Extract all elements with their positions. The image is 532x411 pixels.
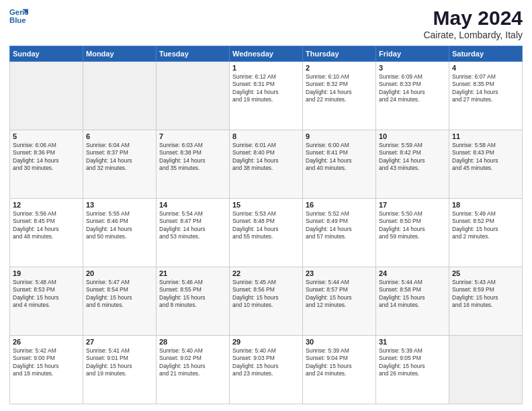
day-number: 16 bbox=[306, 201, 373, 209]
day-info: Sunrise: 5:48 AM Sunset: 8:53 PM Dayligh… bbox=[13, 279, 80, 310]
day-number: 27 bbox=[86, 338, 153, 346]
weekday-header-friday: Friday bbox=[376, 46, 449, 62]
weekday-header-sunday: Sunday bbox=[10, 46, 83, 62]
day-info: Sunrise: 5:56 AM Sunset: 8:45 PM Dayligh… bbox=[13, 210, 80, 241]
day-info: Sunrise: 5:40 AM Sunset: 9:03 PM Dayligh… bbox=[232, 347, 300, 378]
calendar-cell: 8Sunrise: 6:01 AM Sunset: 8:40 PM Daylig… bbox=[230, 130, 303, 199]
month-title: May 2024 bbox=[423, 7, 523, 30]
page: General Blue May 2024 Cairate, Lombardy,… bbox=[0, 0, 532, 411]
day-info: Sunrise: 5:53 AM Sunset: 8:48 PM Dayligh… bbox=[232, 210, 300, 241]
day-info: Sunrise: 6:00 AM Sunset: 8:41 PM Dayligh… bbox=[306, 142, 373, 173]
logo: General Blue bbox=[9, 7, 28, 26]
day-number: 31 bbox=[379, 338, 446, 346]
calendar-table: SundayMondayTuesdayWednesdayThursdayFrid… bbox=[9, 46, 523, 404]
day-info: Sunrise: 5:43 AM Sunset: 8:59 PM Dayligh… bbox=[452, 279, 519, 310]
calendar-cell: 19Sunrise: 5:48 AM Sunset: 8:53 PM Dayli… bbox=[10, 267, 83, 336]
day-info: Sunrise: 6:04 AM Sunset: 8:37 PM Dayligh… bbox=[86, 142, 153, 173]
calendar-cell: 21Sunrise: 5:46 AM Sunset: 8:55 PM Dayli… bbox=[157, 267, 230, 336]
calendar-cell: 22Sunrise: 5:45 AM Sunset: 8:56 PM Dayli… bbox=[230, 267, 303, 336]
calendar-cell: 30Sunrise: 5:39 AM Sunset: 9:04 PM Dayli… bbox=[303, 336, 376, 404]
calendar-cell: 11Sunrise: 5:58 AM Sunset: 8:43 PM Dayli… bbox=[449, 130, 523, 199]
day-info: Sunrise: 5:49 AM Sunset: 8:52 PM Dayligh… bbox=[452, 210, 519, 241]
calendar-week-3: 12Sunrise: 5:56 AM Sunset: 8:45 PM Dayli… bbox=[10, 199, 523, 267]
weekday-header-wednesday: Wednesday bbox=[230, 46, 303, 62]
day-number: 24 bbox=[379, 269, 446, 277]
day-info: Sunrise: 5:41 AM Sunset: 9:01 PM Dayligh… bbox=[86, 347, 153, 378]
weekday-header-tuesday: Tuesday bbox=[157, 46, 230, 62]
calendar-cell: 9Sunrise: 6:00 AM Sunset: 8:41 PM Daylig… bbox=[303, 130, 376, 199]
calendar-cell: 10Sunrise: 5:59 AM Sunset: 8:42 PM Dayli… bbox=[376, 130, 449, 199]
day-info: Sunrise: 5:44 AM Sunset: 8:58 PM Dayligh… bbox=[379, 279, 446, 310]
day-number: 28 bbox=[159, 338, 226, 346]
day-number: 17 bbox=[379, 201, 446, 209]
day-number: 7 bbox=[159, 132, 226, 140]
day-info: Sunrise: 5:42 AM Sunset: 9:00 PM Dayligh… bbox=[13, 347, 80, 378]
calendar-cell: 27Sunrise: 5:41 AM Sunset: 9:01 PM Dayli… bbox=[83, 336, 157, 404]
calendar-cell: 5Sunrise: 6:06 AM Sunset: 8:36 PM Daylig… bbox=[10, 130, 83, 199]
day-info: Sunrise: 5:47 AM Sunset: 8:54 PM Dayligh… bbox=[86, 279, 153, 310]
calendar-body: 1Sunrise: 6:12 AM Sunset: 8:31 PM Daylig… bbox=[10, 62, 523, 404]
weekday-header-saturday: Saturday bbox=[449, 46, 523, 62]
calendar-week-4: 19Sunrise: 5:48 AM Sunset: 8:53 PM Dayli… bbox=[10, 267, 523, 336]
day-info: Sunrise: 5:39 AM Sunset: 9:05 PM Dayligh… bbox=[379, 347, 446, 378]
calendar-cell: 12Sunrise: 5:56 AM Sunset: 8:45 PM Dayli… bbox=[10, 199, 83, 267]
day-info: Sunrise: 5:54 AM Sunset: 8:47 PM Dayligh… bbox=[159, 210, 226, 241]
day-number: 21 bbox=[159, 269, 226, 277]
calendar-header-row: SundayMondayTuesdayWednesdayThursdayFrid… bbox=[10, 46, 523, 62]
day-info: Sunrise: 5:45 AM Sunset: 8:56 PM Dayligh… bbox=[232, 279, 300, 310]
calendar-cell: 20Sunrise: 5:47 AM Sunset: 8:54 PM Dayli… bbox=[83, 267, 157, 336]
day-info: Sunrise: 6:10 AM Sunset: 8:32 PM Dayligh… bbox=[306, 73, 373, 104]
day-number: 29 bbox=[232, 338, 300, 346]
day-info: Sunrise: 5:39 AM Sunset: 9:04 PM Dayligh… bbox=[306, 347, 373, 378]
day-number: 8 bbox=[232, 132, 300, 140]
weekday-header-monday: Monday bbox=[83, 46, 157, 62]
day-info: Sunrise: 5:59 AM Sunset: 8:42 PM Dayligh… bbox=[379, 142, 446, 173]
svg-text:Blue: Blue bbox=[9, 16, 26, 24]
calendar-cell: 23Sunrise: 5:44 AM Sunset: 8:57 PM Dayli… bbox=[303, 267, 376, 336]
logo-icon: General Blue bbox=[9, 7, 28, 26]
calendar-cell: 24Sunrise: 5:44 AM Sunset: 8:58 PM Dayli… bbox=[376, 267, 449, 336]
weekday-header-thursday: Thursday bbox=[303, 46, 376, 62]
day-info: Sunrise: 5:40 AM Sunset: 9:02 PM Dayligh… bbox=[159, 347, 226, 378]
day-info: Sunrise: 6:07 AM Sunset: 8:35 PM Dayligh… bbox=[452, 73, 519, 104]
day-info: Sunrise: 5:58 AM Sunset: 8:43 PM Dayligh… bbox=[452, 142, 519, 173]
day-info: Sunrise: 6:06 AM Sunset: 8:36 PM Dayligh… bbox=[13, 142, 80, 173]
calendar-cell: 7Sunrise: 6:03 AM Sunset: 8:38 PM Daylig… bbox=[157, 130, 230, 199]
title-block: May 2024 Cairate, Lombardy, Italy bbox=[423, 7, 523, 40]
calendar-cell: 26Sunrise: 5:42 AM Sunset: 9:00 PM Dayli… bbox=[10, 336, 83, 404]
day-info: Sunrise: 6:01 AM Sunset: 8:40 PM Dayligh… bbox=[232, 142, 300, 173]
calendar-cell: 16Sunrise: 5:52 AM Sunset: 8:49 PM Dayli… bbox=[303, 199, 376, 267]
day-info: Sunrise: 5:44 AM Sunset: 8:57 PM Dayligh… bbox=[306, 279, 373, 310]
calendar-cell: 25Sunrise: 5:43 AM Sunset: 8:59 PM Dayli… bbox=[449, 267, 523, 336]
calendar-cell bbox=[83, 62, 157, 130]
day-number: 6 bbox=[86, 132, 153, 140]
calendar-cell: 6Sunrise: 6:04 AM Sunset: 8:37 PM Daylig… bbox=[83, 130, 157, 199]
day-number: 2 bbox=[306, 64, 373, 72]
day-number: 5 bbox=[13, 132, 80, 140]
header: General Blue May 2024 Cairate, Lombardy,… bbox=[9, 7, 523, 40]
calendar-cell: 17Sunrise: 5:50 AM Sunset: 8:50 PM Dayli… bbox=[376, 199, 449, 267]
day-info: Sunrise: 6:03 AM Sunset: 8:38 PM Dayligh… bbox=[159, 142, 226, 173]
day-number: 18 bbox=[452, 201, 519, 209]
calendar-cell: 3Sunrise: 6:09 AM Sunset: 8:33 PM Daylig… bbox=[376, 62, 449, 130]
day-info: Sunrise: 6:12 AM Sunset: 8:31 PM Dayligh… bbox=[232, 73, 300, 104]
day-number: 12 bbox=[13, 201, 80, 209]
day-info: Sunrise: 5:50 AM Sunset: 8:50 PM Dayligh… bbox=[379, 210, 446, 241]
day-info: Sunrise: 5:55 AM Sunset: 8:46 PM Dayligh… bbox=[86, 210, 153, 241]
day-number: 13 bbox=[86, 201, 153, 209]
day-number: 9 bbox=[306, 132, 373, 140]
day-number: 30 bbox=[306, 338, 373, 346]
day-number: 14 bbox=[159, 201, 226, 209]
calendar-week-1: 1Sunrise: 6:12 AM Sunset: 8:31 PM Daylig… bbox=[10, 62, 523, 130]
calendar-cell: 18Sunrise: 5:49 AM Sunset: 8:52 PM Dayli… bbox=[449, 199, 523, 267]
day-number: 10 bbox=[379, 132, 446, 140]
day-number: 3 bbox=[379, 64, 446, 72]
calendar-week-2: 5Sunrise: 6:06 AM Sunset: 8:36 PM Daylig… bbox=[10, 130, 523, 199]
day-number: 20 bbox=[86, 269, 153, 277]
calendar-cell: 13Sunrise: 5:55 AM Sunset: 8:46 PM Dayli… bbox=[83, 199, 157, 267]
calendar-cell bbox=[449, 336, 523, 404]
calendar-week-5: 26Sunrise: 5:42 AM Sunset: 9:00 PM Dayli… bbox=[10, 336, 523, 404]
day-number: 11 bbox=[452, 132, 519, 140]
day-number: 19 bbox=[13, 269, 80, 277]
day-number: 25 bbox=[452, 269, 519, 277]
